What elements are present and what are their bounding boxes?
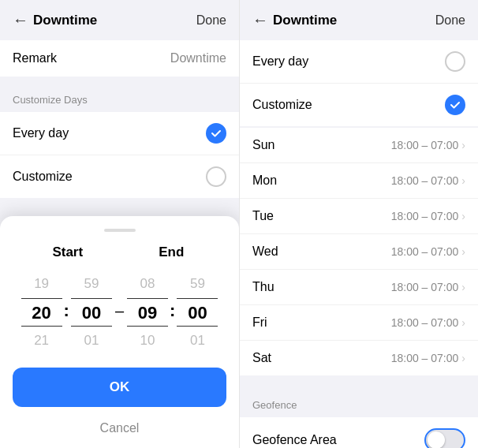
end-label: End — [120, 245, 224, 260]
day-time: 18:00 – 07:00 › — [391, 281, 465, 293]
customize-row[interactable]: Customize — [0, 155, 239, 198]
right-every-day-row[interactable]: Every day — [240, 40, 478, 83]
start-hour-col[interactable]: 19 20 21 — [21, 270, 62, 355]
start-colon: : — [64, 301, 69, 324]
left-page-title: Downtime — [33, 13, 97, 28]
right-customize-label: Customize — [252, 98, 312, 112]
start-min-prev: 59 — [71, 270, 112, 298]
chevron-right-icon: › — [461, 352, 465, 364]
end-hour-active: 09 — [127, 298, 168, 327]
day-row[interactable]: Thu 18:00 – 07:00 › — [240, 270, 478, 305]
remark-label: Remark — [13, 51, 57, 65]
remark-row[interactable]: Remark Downtime — [0, 40, 239, 77]
every-day-label: Every day — [13, 126, 69, 140]
right-back-button[interactable]: ← — [252, 11, 268, 29]
ok-button[interactable]: OK — [13, 368, 226, 407]
day-name: Wed — [252, 245, 292, 259]
day-name: Mon — [252, 174, 292, 188]
day-row[interactable]: Wed 18:00 – 07:00 › — [240, 234, 478, 270]
end-hour-next: 10 — [127, 327, 168, 355]
right-header-left: ← Downtime — [252, 11, 337, 29]
end-hour-prev: 08 — [127, 270, 168, 298]
remark-value: Downtime — [170, 51, 226, 65]
day-row[interactable]: Fri 18:00 – 07:00 › — [240, 305, 478, 341]
right-done-button[interactable]: Done — [435, 13, 465, 28]
day-time: 18:00 – 07:00 › — [391, 139, 465, 151]
start-hour-active: 20 — [21, 298, 62, 327]
geofence-card: Geofence Area Turn on "Geofence Area" to… — [240, 417, 478, 448]
customize-circle — [206, 166, 226, 187]
time-picker-sheet: Start End 19 20 21 : 59 00 01 – 08 09 — [0, 216, 239, 448]
start-min-col[interactable]: 59 00 01 — [71, 270, 112, 355]
right-panel: ← Downtime Done Every day Customize Sun … — [239, 0, 478, 448]
day-name: Fri — [252, 315, 292, 330]
end-min-next: 01 — [177, 327, 218, 355]
geofence-toggle[interactable] — [424, 428, 465, 448]
geofence-section-label: Geofence — [240, 393, 478, 417]
day-name: Sun — [252, 138, 292, 152]
toggle-thumb — [428, 431, 445, 448]
day-time: 18:00 – 07:00 › — [391, 316, 465, 329]
customize-days-label: Customize Days — [0, 94, 239, 112]
start-hour-next: 21 — [21, 327, 62, 355]
every-day-check — [206, 123, 226, 144]
day-row[interactable]: Mon 18:00 – 07:00 › — [240, 163, 478, 199]
day-name: Thu — [252, 280, 292, 294]
day-row[interactable]: Tue 18:00 – 07:00 › — [240, 199, 478, 234]
left-header-left: ← Downtime — [13, 11, 97, 29]
right-customize-check — [445, 95, 465, 115]
left-panel: ← Downtime Done Remark Downtime Customiz… — [0, 0, 239, 448]
back-button[interactable]: ← — [13, 11, 28, 29]
chevron-right-icon: › — [461, 139, 465, 151]
start-min-next: 01 — [71, 327, 112, 355]
days-section: Sun 18:00 – 07:00 › Mon 18:00 – 07:00 › … — [240, 128, 478, 375]
day-time: 18:00 – 07:00 › — [391, 352, 465, 364]
time-range-dash: – — [115, 302, 124, 323]
day-options: Every day Customize — [0, 112, 239, 198]
right-top-options: Every day Customize — [240, 40, 478, 126]
day-time: 18:00 – 07:00 › — [391, 174, 465, 187]
end-min-prev: 59 — [177, 270, 218, 298]
right-page-title: Downtime — [273, 13, 337, 28]
right-header: ← Downtime Done — [240, 0, 478, 40]
right-every-day-circle — [445, 51, 465, 72]
cancel-button[interactable]: Cancel — [0, 413, 239, 448]
geofence-area-label: Geofence Area — [252, 433, 337, 447]
chevron-right-icon: › — [461, 316, 465, 329]
chevron-right-icon: › — [461, 210, 465, 222]
start-label: Start — [16, 245, 120, 260]
end-min-col[interactable]: 59 00 01 — [177, 270, 218, 355]
sheet-handle — [104, 229, 136, 232]
time-picker-body: 19 20 21 : 59 00 01 – 08 09 10 : 59 0 — [0, 270, 239, 355]
day-time: 18:00 – 07:00 › — [391, 245, 465, 258]
every-day-row[interactable]: Every day — [0, 112, 239, 155]
end-hour-col[interactable]: 08 09 10 — [127, 270, 168, 355]
chevron-right-icon: › — [461, 281, 465, 293]
day-name: Sat — [252, 351, 292, 365]
left-done-button[interactable]: Done — [196, 13, 226, 28]
start-min-active: 00 — [71, 298, 112, 327]
right-every-day-label: Every day — [252, 54, 308, 69]
left-header: ← Downtime Done — [0, 0, 239, 40]
day-row[interactable]: Sun 18:00 – 07:00 › — [240, 128, 478, 163]
end-min-active: 00 — [177, 298, 218, 327]
day-row[interactable]: Sat 18:00 – 07:00 › — [240, 341, 478, 375]
end-colon: : — [170, 301, 175, 324]
chevron-right-icon: › — [461, 174, 465, 187]
right-customize-row[interactable]: Customize — [240, 83, 478, 126]
chevron-right-icon: › — [461, 245, 465, 258]
time-picker-header: Start End — [0, 245, 239, 260]
customize-label: Customize — [13, 170, 73, 184]
day-name: Tue — [252, 209, 292, 223]
day-time: 18:00 – 07:00 › — [391, 210, 465, 222]
start-hour-prev: 19 — [21, 270, 62, 298]
geofence-row: Geofence Area — [240, 417, 478, 448]
